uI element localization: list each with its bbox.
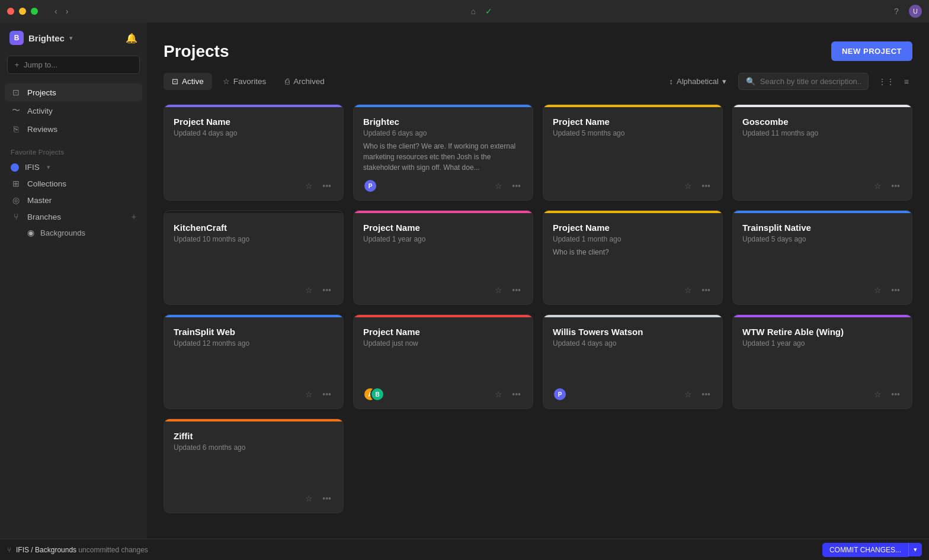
card-updated: Updated 11 months ago: [742, 129, 902, 137]
bottom-workspace-text: IFIS / Backgrounds uncommitted changes: [16, 546, 148, 554]
card-favorite-button[interactable]: ☆: [492, 283, 505, 297]
sidebar-item-backgrounds[interactable]: ◉ Backgrounds: [5, 225, 142, 240]
commit-dropdown-button[interactable]: ▾: [908, 543, 922, 556]
bell-icon[interactable]: 🔔: [126, 33, 137, 44]
card-favorite-button[interactable]: ☆: [303, 179, 315, 193]
card-more-button[interactable]: •••: [889, 283, 902, 297]
sidebar-item-activity[interactable]: 〜 Activity: [5, 101, 142, 120]
tab-archived-label: Archived: [293, 77, 325, 86]
add-branch-icon[interactable]: +: [132, 212, 136, 221]
new-project-button[interactable]: NEW PROJECT: [831, 41, 912, 61]
project-card-wtw-retire[interactable]: WTW Retire Able (Wing) Updated 1 year ag…: [732, 314, 912, 409]
card-title: Brightec: [363, 117, 523, 127]
commit-changes-button[interactable]: COMMIT CHANGES...: [822, 543, 908, 557]
project-card-trainsplit-web[interactable]: TrainSplit Web Updated 12 months ago ☆ •…: [164, 314, 344, 409]
project-card-project-5[interactable]: Project Name Updated just now A B ☆ •••: [353, 314, 533, 409]
minimize-dot[interactable]: [19, 8, 26, 15]
maximize-dot[interactable]: [31, 8, 38, 15]
card-favorite-button[interactable]: ☆: [303, 387, 315, 401]
card-more-button[interactable]: •••: [320, 491, 334, 506]
sidebar-item-ifis[interactable]: IFIS ▾: [5, 159, 142, 175]
card-favorite-button[interactable]: ☆: [303, 283, 315, 297]
project-card-project-2[interactable]: Project Name Updated 5 months ago ☆ •••: [543, 104, 723, 201]
card-footer: P ☆ •••: [543, 381, 722, 408]
card-favorite-button[interactable]: ☆: [682, 387, 694, 401]
card-more-button[interactable]: •••: [699, 283, 713, 297]
card-favorite-button[interactable]: ☆: [872, 179, 884, 193]
grid-view-button[interactable]: ⋮⋮: [874, 75, 898, 89]
card-favorite-button[interactable]: ☆: [872, 283, 884, 297]
collections-icon: ⊞: [11, 179, 21, 188]
user-avatar-icon[interactable]: U: [909, 5, 922, 18]
card-footer: ☆ •••: [543, 277, 722, 304]
card-more-button[interactable]: •••: [320, 283, 334, 297]
card-more-button[interactable]: •••: [510, 179, 523, 193]
card-favorite-button[interactable]: ☆: [682, 283, 694, 297]
card-footer: A B ☆ •••: [354, 381, 533, 408]
home-icon[interactable]: ⌂: [468, 6, 479, 17]
card-more-button[interactable]: •••: [699, 179, 713, 193]
titlebar-right-icons: ? U: [891, 5, 922, 18]
collections-label: Collections: [27, 179, 66, 188]
back-button[interactable]: ‹: [52, 5, 60, 17]
search-input[interactable]: [760, 77, 861, 86]
branch-icon: ⑂: [7, 546, 11, 554]
card-favorite-button[interactable]: ☆: [682, 179, 694, 193]
card-footer: P ☆ •••: [354, 173, 533, 200]
card-favorite-button[interactable]: ☆: [303, 491, 315, 506]
forward-button[interactable]: ›: [63, 5, 71, 17]
jump-to-button[interactable]: + Jump to...: [7, 56, 140, 74]
card-more-button[interactable]: •••: [510, 387, 523, 401]
card-updated: Updated 6 months ago: [174, 443, 334, 452]
sort-button[interactable]: ↕ Alphabetical ▾: [664, 73, 732, 89]
project-card-project-1[interactable]: Project Name Updated 4 days ago ☆ •••: [164, 104, 344, 201]
project-card-trainsplit-native[interactable]: Trainsplit Native Updated 5 days ago ☆ •…: [732, 210, 912, 305]
project-card-willis[interactable]: Willis Towers Watson Updated 4 days ago …: [543, 314, 723, 409]
card-favorite-button[interactable]: ☆: [872, 387, 884, 401]
card-title: Project Name: [553, 117, 713, 127]
project-card-project-4[interactable]: Project Name Updated 1 month ago Who is …: [543, 210, 723, 305]
project-card-kitchencraft[interactable]: KitchenCraft Updated 10 months ago ☆ •••: [164, 210, 344, 305]
card-updated: Updated 10 months ago: [174, 235, 334, 243]
sidebar-item-projects[interactable]: ⊡ Projects: [5, 83, 142, 101]
tab-archived[interactable]: ⎙ Archived: [277, 73, 333, 90]
card-body: KitchenCraft Updated 10 months ago: [164, 213, 343, 277]
backgrounds-label: Backgrounds: [40, 228, 85, 237]
ifis-dot-icon: [11, 163, 19, 172]
sort-chevron-icon: ▾: [722, 77, 726, 86]
help-icon[interactable]: ?: [891, 6, 902, 17]
card-more-button[interactable]: •••: [320, 179, 334, 193]
project-card-brightec[interactable]: Brightec Updated 6 days ago Who is the c…: [353, 104, 533, 201]
branch-label: Backgrounds: [35, 546, 76, 554]
card-more-button[interactable]: •••: [699, 387, 713, 401]
card-favorite-button[interactable]: ☆: [492, 179, 505, 193]
card-actions: ☆ •••: [872, 179, 902, 193]
card-body: Ziffit Updated 6 months ago: [164, 421, 343, 485]
card-title: Willis Towers Watson: [553, 327, 713, 337]
list-view-button[interactable]: ≡: [901, 75, 912, 89]
card-more-button[interactable]: •••: [510, 283, 523, 297]
card-actions: ☆ •••: [492, 179, 523, 193]
project-card-goscombe[interactable]: Goscombe Updated 11 months ago ☆ •••: [732, 104, 912, 201]
card-body: TrainSplit Web Updated 12 months ago: [164, 317, 343, 381]
sidebar-item-master[interactable]: ◎ Master: [5, 192, 142, 208]
tab-favorites[interactable]: ☆ Favorites: [214, 73, 275, 90]
tabs-right: ↕ Alphabetical ▾ 🔍 ⋮⋮ ≡: [664, 73, 913, 90]
sidebar-item-reviews[interactable]: ⎘ Reviews: [5, 120, 142, 138]
card-favorite-button[interactable]: ☆: [492, 387, 505, 401]
tabs-row: ⊡ Active ☆ Favorites ⎙ Archived ↕ Alphab…: [164, 73, 912, 90]
sidebar-item-branches[interactable]: ⑂ Branches +: [5, 208, 142, 225]
card-more-button[interactable]: •••: [889, 387, 902, 401]
brand-button[interactable]: B Brightec ▾: [9, 31, 73, 45]
tab-active[interactable]: ⊡ Active: [164, 73, 212, 90]
card-more-button[interactable]: •••: [320, 387, 334, 401]
master-label: Master: [27, 196, 52, 205]
card-more-button[interactable]: •••: [889, 179, 902, 193]
card-title: Project Name: [174, 117, 334, 127]
project-card-project-3[interactable]: Project Name Updated 1 year ago ☆ •••: [353, 210, 533, 305]
card-actions: ☆ •••: [682, 179, 713, 193]
sort-icon: ↕: [669, 77, 674, 86]
project-card-ziffit[interactable]: Ziffit Updated 6 months ago ☆ •••: [164, 419, 344, 513]
close-dot[interactable]: [7, 8, 14, 15]
sidebar-item-collections[interactable]: ⊞ Collections: [5, 175, 142, 192]
